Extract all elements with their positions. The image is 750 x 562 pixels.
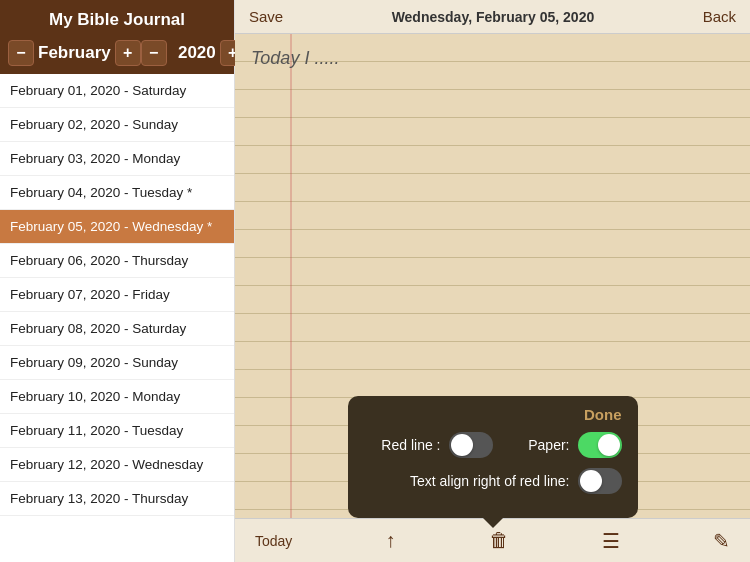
top-bar: Save Wednesday, February 05, 2020 Back	[235, 0, 750, 34]
paper-toggle-knob	[598, 434, 620, 456]
popup-done-row: Done	[364, 406, 622, 424]
today-button[interactable]: Today	[255, 533, 292, 549]
red-line	[290, 34, 292, 518]
date-item-feb04[interactable]: February 04, 2020 - Tuesday *	[0, 176, 234, 210]
settings-popup: Done Red line : Paper: Text align right …	[348, 396, 638, 518]
paper-toggle[interactable]	[578, 432, 622, 458]
save-button[interactable]: Save	[249, 8, 283, 25]
trash-icon[interactable]: 🗑	[489, 529, 509, 552]
list-icon[interactable]: ☰	[602, 529, 620, 553]
decrease-month-button[interactable]: −	[8, 40, 34, 66]
share-icon[interactable]: ↑	[386, 529, 396, 552]
text-align-row: Text align right of red line:	[364, 468, 622, 494]
date-list: February 01, 2020 - SaturdayFebruary 02,…	[0, 74, 234, 562]
date-item-feb12[interactable]: February 12, 2020 - Wednesday	[0, 448, 234, 482]
sidebar: My Bible Journal − February + − 2020 + F…	[0, 0, 235, 562]
edit-icon[interactable]: ✎	[713, 529, 730, 553]
text-align-label: Text align right of red line:	[364, 473, 578, 489]
date-item-feb11[interactable]: February 11, 2020 - Tuesday	[0, 414, 234, 448]
date-item-feb10[interactable]: February 10, 2020 - Monday	[0, 380, 234, 414]
red-line-toggle-knob	[451, 434, 473, 456]
date-item-feb01[interactable]: February 01, 2020 - Saturday	[0, 74, 234, 108]
increase-month-button[interactable]: +	[115, 40, 141, 66]
date-item-feb05[interactable]: February 05, 2020 - Wednesday *	[0, 210, 234, 244]
journal-placeholder: Today I .....	[251, 48, 339, 69]
year-control: − 2020 +	[141, 40, 246, 66]
date-item-feb02[interactable]: February 02, 2020 - Sunday	[0, 108, 234, 142]
red-line-label: Red line :	[364, 437, 449, 453]
date-item-feb13[interactable]: February 13, 2020 - Thursday	[0, 482, 234, 516]
red-line-toggle[interactable]	[449, 432, 493, 458]
date-item-feb07[interactable]: February 07, 2020 - Friday	[0, 278, 234, 312]
date-title: Wednesday, February 05, 2020	[392, 9, 595, 25]
back-button[interactable]: Back	[703, 8, 736, 25]
app-title: My Bible Journal	[0, 0, 234, 36]
text-align-toggle-knob	[580, 470, 602, 492]
paper-label: Paper:	[493, 437, 578, 453]
text-align-toggle[interactable]	[578, 468, 622, 494]
red-line-row: Red line : Paper:	[364, 432, 622, 458]
date-item-feb03[interactable]: February 03, 2020 - Monday	[0, 142, 234, 176]
year-label: 2020	[171, 43, 216, 63]
date-item-feb09[interactable]: February 09, 2020 - Sunday	[0, 346, 234, 380]
done-button[interactable]: Done	[584, 406, 622, 423]
month-control: − February +	[8, 40, 141, 66]
month-year-controls: − February + − 2020 +	[0, 36, 234, 74]
decrease-year-button[interactable]: −	[141, 40, 167, 66]
date-item-feb06[interactable]: February 06, 2020 - Thursday	[0, 244, 234, 278]
month-label: February	[38, 43, 111, 63]
date-item-feb08[interactable]: February 08, 2020 - Saturday	[0, 312, 234, 346]
main-panel: Save Wednesday, February 05, 2020 Back T…	[235, 0, 750, 562]
